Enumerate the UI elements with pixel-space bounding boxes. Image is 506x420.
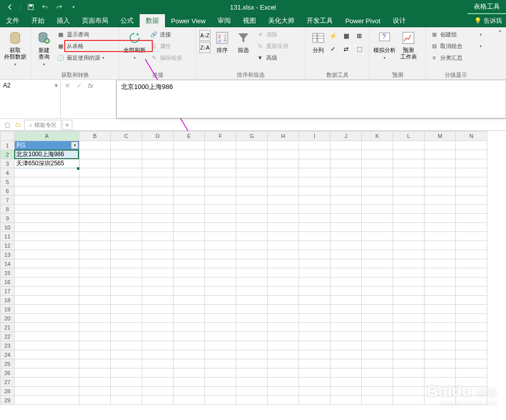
cell[interactable] [362,141,393,150]
column-header[interactable]: C [111,131,142,141]
subtotal-button[interactable]: ≡分类汇总 [428,52,484,63]
sort-button[interactable]: ZA 排序 [212,29,233,55]
cell[interactable] [205,205,236,214]
cell[interactable] [330,232,362,241]
column-header[interactable]: G [236,131,268,141]
cell[interactable] [268,259,299,268]
cell[interactable] [174,196,205,205]
cell[interactable] [142,341,174,350]
cell[interactable] [299,341,330,350]
cell[interactable] [79,277,111,287]
cell[interactable] [393,250,425,259]
cell[interactable] [268,223,299,232]
cell[interactable] [142,368,174,378]
cell[interactable] [425,332,456,341]
row-header[interactable]: 13 [1,250,15,259]
cell[interactable] [205,150,236,159]
cell[interactable] [393,277,425,287]
cell[interactable] [330,396,362,405]
cell[interactable] [142,259,174,268]
cell[interactable] [205,268,236,277]
cell[interactable] [393,141,425,150]
cell[interactable] [393,396,425,405]
cell[interactable] [393,323,425,332]
cell[interactable] [205,359,236,368]
cell[interactable] [236,177,268,186]
column-header[interactable]: I [299,131,330,141]
cell[interactable] [174,368,205,378]
cell[interactable] [111,277,142,287]
cell[interactable] [79,332,111,341]
cell[interactable] [268,241,299,250]
cell[interactable] [15,296,79,305]
cell[interactable] [393,350,425,359]
get-external-data-button[interactable]: 获取 外部数据 ▾ [2,29,28,69]
cell[interactable] [362,232,393,241]
cell[interactable] [142,150,174,159]
tab-insert[interactable]: 插入 [51,14,76,27]
qat-customize-icon[interactable]: ▾ [67,1,79,13]
cell[interactable] [111,314,142,323]
cell[interactable] [393,196,425,205]
tab-formulas[interactable]: 公式 [114,14,140,27]
cell[interactable] [111,305,142,314]
cell[interactable] [362,387,393,396]
cell[interactable] [142,296,174,305]
cell[interactable] [299,350,330,359]
cell[interactable] [15,396,79,405]
cell[interactable] [79,241,111,250]
cell[interactable] [111,387,142,396]
cell[interactable] [393,223,425,232]
tab-power-pivot[interactable]: Power Pivot [339,14,386,27]
cell[interactable] [268,277,299,287]
cell[interactable] [205,314,236,323]
cell[interactable] [142,141,174,150]
cell[interactable] [15,241,79,250]
cell[interactable] [142,168,174,177]
cell[interactable] [111,296,142,305]
cell[interactable] [362,368,393,378]
cell[interactable] [79,296,111,305]
cell[interactable] [456,332,487,341]
cell[interactable] [393,168,425,177]
cell[interactable] [299,323,330,332]
cell[interactable] [15,250,79,259]
row-header[interactable]: 27 [1,378,15,387]
cell[interactable] [299,287,330,296]
folder-icon[interactable]: 🗀 [13,120,23,130]
cell[interactable] [268,177,299,186]
cell[interactable] [174,314,205,323]
cell[interactable] [142,396,174,405]
cell[interactable] [15,332,79,341]
cell[interactable] [205,368,236,378]
cell[interactable] [236,268,268,277]
cell[interactable] [111,250,142,259]
cell[interactable] [236,396,268,405]
tab-beautify[interactable]: 美化大师 [262,14,301,27]
cell[interactable] [393,205,425,214]
cell[interactable] [15,350,79,359]
cell[interactable] [330,186,362,196]
cell[interactable] [268,341,299,350]
cell[interactable] [362,378,393,387]
cell[interactable] [393,305,425,314]
refresh-all-button[interactable]: 全部刷新 ▾ [121,29,148,62]
row-header[interactable]: 6 [1,186,15,196]
cell[interactable] [205,223,236,232]
cell[interactable] [111,341,142,350]
cell[interactable] [236,214,268,223]
cell[interactable] [362,214,393,223]
cell[interactable] [142,214,174,223]
cell[interactable] [393,259,425,268]
cell[interactable] [268,387,299,396]
cell[interactable] [268,314,299,323]
cell[interactable] [268,268,299,277]
cell[interactable] [268,196,299,205]
cell[interactable] [15,259,79,268]
cell[interactable] [362,287,393,296]
cell[interactable] [79,232,111,241]
cell[interactable] [174,296,205,305]
cell[interactable] [268,396,299,405]
cell[interactable] [174,396,205,405]
cell[interactable] [330,196,362,205]
